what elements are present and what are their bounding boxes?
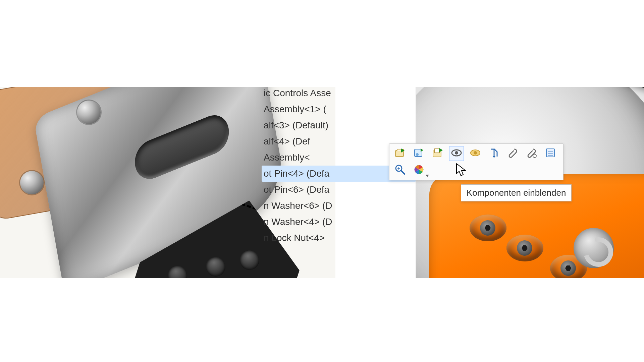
edit-part-button[interactable] — [412, 146, 426, 161]
svg-rect-4 — [435, 149, 439, 153]
gear-hole — [237, 248, 262, 273]
tree-item[interactable]: ic Controls Asse — [262, 85, 416, 101]
tree-item-label: n Washer<6> (D — [264, 200, 332, 211]
svg-point-9 — [533, 154, 536, 158]
gear-hole — [203, 255, 228, 278]
tree-item-label: Assembly<1> ( — [264, 104, 326, 114]
gear-hole — [165, 263, 190, 278]
tree-item[interactable]: n Washer<4> (D — [262, 214, 416, 230]
tree-item[interactable]: ot Pin<6> (Defa — [262, 182, 416, 198]
open-drawing-button[interactable] — [430, 146, 445, 161]
svg-point-6 — [455, 151, 458, 155]
cad-screenshot-strip: ic Controls Asse Assembly<1> ( alf<3> (D… — [0, 87, 644, 278]
dropdown-caret-icon — [426, 175, 429, 177]
svg-line-15 — [401, 171, 405, 174]
tree-item[interactable]: n Lock Nut<4> — [262, 230, 416, 246]
svg-point-2 — [416, 153, 419, 156]
context-toolbar-row — [393, 146, 560, 161]
zoom-to-icon — [394, 164, 406, 177]
tree-item-label: alf<3> (Default) — [264, 120, 328, 130]
open-part-icon — [394, 147, 406, 160]
tree-item-label: Assembly< — [264, 152, 310, 163]
tree-item-label: ic Controls Asse — [264, 88, 331, 98]
appearance-button[interactable] — [412, 163, 426, 178]
appearance-icon — [413, 164, 425, 177]
tree-item[interactable]: Assembly<1> ( — [262, 101, 416, 117]
tree-item[interactable]: alf<3> (Default) — [262, 117, 416, 133]
show-component-button[interactable] — [449, 146, 464, 161]
context-toolbar — [389, 143, 564, 180]
edit-part-icon — [413, 147, 425, 160]
zoom-to-button[interactable] — [393, 163, 408, 178]
tooltip: Komponenten einblenden — [461, 184, 572, 201]
pivot-pin — [20, 171, 44, 194]
attachment-button[interactable] — [505, 146, 520, 161]
feature-tree-panel[interactable]: ic Controls Asse Assembly<1> ( alf<3> (D… — [335, 87, 416, 278]
pivot-pin — [77, 101, 101, 124]
tree-item-label: n Washer<4> (D — [264, 217, 332, 227]
tree-item[interactable]: n Washer<6> (D — [262, 198, 416, 214]
tree-item-label: ot Pin<4> (Defa — [264, 168, 329, 179]
viewport-right[interactable] — [416, 87, 644, 278]
open-part-button[interactable] — [393, 146, 408, 161]
tooltip-text: Komponenten einblenden — [467, 188, 566, 198]
cable-clip — [574, 228, 614, 268]
letterbox-bottom — [0, 278, 644, 362]
letterbox-top — [0, 0, 644, 87]
attachment-link-icon — [526, 147, 537, 160]
component-properties-button[interactable] — [543, 146, 558, 161]
suppress-icon — [488, 147, 500, 160]
show-component-icon — [451, 147, 462, 160]
suppress-button[interactable] — [487, 146, 501, 161]
attachment-icon — [507, 147, 519, 160]
open-drawing-icon — [432, 147, 443, 160]
tree-item-label: n Lock Nut<4> — [264, 233, 325, 243]
attachment-link-button[interactable] — [524, 146, 539, 161]
tree-item-label: ot Pin<6> (Defa — [264, 184, 329, 195]
component-properties-icon — [545, 147, 556, 160]
svg-point-8 — [474, 151, 477, 155]
transparency-button[interactable] — [468, 146, 483, 161]
context-toolbar-row — [393, 163, 560, 178]
transparency-icon — [470, 147, 481, 160]
bracket-slot — [132, 110, 232, 184]
hex-socket-icon — [480, 220, 495, 236]
tree-item-label: alf<4> (Def — [264, 136, 310, 146]
